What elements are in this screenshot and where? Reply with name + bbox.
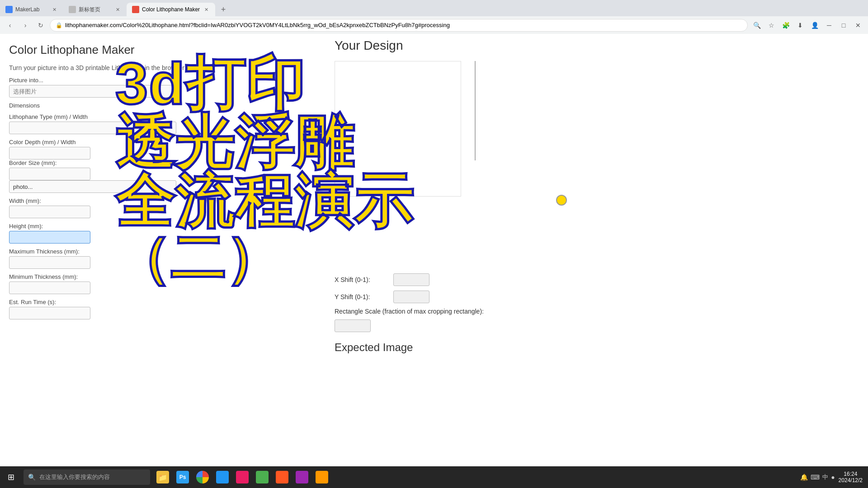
makerlab-favicon — [5, 6, 13, 13]
close-window-icon[interactable]: ✕ — [852, 19, 864, 32]
mouse-cursor — [556, 195, 567, 206]
notification-icon[interactable]: 🔔 — [800, 474, 808, 481]
picture-row: Picture into... — [9, 77, 316, 98]
taskbar-app-app6[interactable] — [233, 468, 251, 486]
color-depth-input[interactable]: 0.2 — [9, 147, 90, 160]
address-bar-row: ‹ › ↻ 🔒 lithophanemaker.com/Color%20Lith… — [0, 16, 868, 34]
photo-input[interactable] — [9, 180, 176, 193]
form-description: Turn your picture into a 3D printable Li… — [9, 64, 316, 71]
tab-makerlab-close[interactable]: ✕ — [51, 6, 58, 13]
back-button[interactable]: ‹ — [4, 19, 16, 32]
start-button[interactable]: ⊞ — [0, 466, 22, 488]
taskbar: ⊞ 🔍 在这里输入你要搜索的内容 📁 Ps — [0, 466, 868, 488]
browser-actions: 🔍 ☆ 🧩 ⬇ 👤 ─ □ ✕ — [750, 19, 864, 32]
new-tab-button[interactable]: + — [217, 3, 230, 16]
sys-tray: 🔔 ⌨ 中 ● — [800, 473, 835, 481]
page-title: Color Lithophane Maker — [9, 43, 316, 57]
height-input[interactable]: 71.42 — [9, 231, 90, 244]
tab-color-litho[interactable]: Color Lithophane Maker ✕ — [127, 3, 215, 16]
tab-new-label: 新标签页 — [79, 6, 111, 14]
height-label: Height (mm): — [9, 223, 316, 230]
rect-scale-label: Rectangle Scale (fraction of max croppin… — [335, 308, 484, 315]
design-preview-box — [335, 61, 461, 197]
lang-icon[interactable]: 中 — [822, 473, 828, 481]
tab-color-litho-close[interactable]: ✕ — [203, 6, 210, 13]
download-icon[interactable]: ⬇ — [794, 19, 807, 32]
right-panel: Your Design X Shift (0-1): 0.5 Y Shift (… — [326, 34, 868, 488]
taskbar-right: 🔔 ⌨ 中 ● 16:24 2024/12/2 — [800, 471, 868, 483]
taskbar-app-photoshop[interactable]: Ps — [174, 468, 192, 486]
picture-input[interactable] — [9, 85, 176, 98]
taskbar-app-app10[interactable] — [313, 468, 331, 486]
rect-scale-input[interactable]: 1.0 — [335, 319, 371, 332]
x-shift-label: X Shift (0-1): — [335, 276, 389, 283]
refresh-button[interactable]: ↻ — [34, 19, 47, 32]
litho-type-label: Lithophane Type (mm) / Width — [9, 113, 316, 120]
taskbar-clock[interactable]: 16:24 2024/12/2 — [839, 471, 863, 483]
bookmark-icon[interactable]: ☆ — [765, 19, 778, 32]
taskbar-search-text: 在这里输入你要搜索的内容 — [39, 473, 110, 481]
photo-row — [9, 180, 316, 193]
max-thick-label: Maximum Thickness (mm): — [9, 248, 316, 255]
taskbar-app-chrome[interactable] — [193, 468, 212, 486]
width-input[interactable]: 50 — [9, 206, 90, 218]
min-thick-input[interactable]: 0.8 — [9, 282, 90, 294]
tab-color-litho-label: Color Lithophane Maker — [142, 6, 200, 13]
y-shift-row: Y Shift (0-1): 0.5 — [335, 291, 515, 303]
clock-time: 16:24 — [839, 471, 863, 477]
max-thick-row: Maximum Thickness (mm): 2.7 — [9, 248, 316, 269]
keyboard-icon[interactable]: ⌨ — [811, 474, 820, 481]
vertical-divider — [475, 61, 476, 160]
litho-type-input[interactable] — [9, 122, 176, 134]
x-shift-input[interactable]: 0.5 — [393, 273, 429, 286]
profile-icon[interactable]: 👤 — [808, 19, 821, 32]
address-text: lithophanemaker.com/Color%20Lithophane.h… — [65, 22, 742, 28]
color-litho-favicon — [132, 6, 139, 13]
search-icon[interactable]: 🔍 — [750, 19, 763, 32]
rect-scale-row: Rectangle Scale (fraction of max croppin… — [335, 308, 515, 315]
color-depth-row: Color Depth (mm) / Width 0.2 — [9, 139, 316, 160]
expected-image-section: Expected Image — [335, 341, 515, 354]
rect-scale-input-row: 1.0 — [335, 319, 515, 332]
min-thick-label: Minimum Thickness (mm): — [9, 273, 316, 280]
tab-bar: MakerLab ✕ 新标签页 ✕ Color Lithophane Maker… — [0, 0, 868, 16]
width-label: Width (mm): — [9, 197, 316, 204]
est-run-label: Est. Run Time (s): — [9, 299, 316, 305]
maximize-icon[interactable]: □ — [837, 19, 850, 32]
taskbar-apps: 📁 Ps — [154, 468, 331, 486]
picture-label: Picture into... — [9, 77, 316, 84]
y-shift-input[interactable]: 0.5 — [393, 291, 429, 303]
your-design-title: Your Design — [335, 38, 403, 53]
tab-new[interactable]: 新标签页 ✕ — [63, 3, 127, 16]
browser-chrome: MakerLab ✕ 新标签页 ✕ Color Lithophane Maker… — [0, 0, 868, 34]
tab-makerlab-label: MakerLab — [15, 6, 48, 13]
tab-makerlab[interactable]: MakerLab ✕ — [0, 3, 63, 16]
y-shift-label: Y Shift (0-1): — [335, 293, 389, 300]
left-panel: Color Lithophane Maker Turn your picture… — [0, 34, 326, 488]
address-bar[interactable]: 🔒 lithophanemaker.com/Color%20Lithophane… — [50, 19, 748, 32]
color-depth-label: Color Depth (mm) / Width — [9, 139, 316, 145]
shift-area: X Shift (0-1): 0.5 Y Shift (0-1): 0.5 Re… — [335, 273, 515, 354]
max-thick-input[interactable]: 2.7 — [9, 256, 90, 269]
new-tab-favicon — [69, 6, 76, 13]
border-size-row: Border Size (mm): 0.1 — [9, 160, 316, 180]
height-row: Height (mm): 71.42 — [9, 223, 316, 244]
minimize-icon[interactable]: ─ — [823, 19, 835, 32]
border-size-input[interactable]: 0.1 — [9, 168, 90, 180]
ime-icon[interactable]: ● — [831, 474, 835, 481]
est-run-input[interactable]: 1 — [9, 307, 90, 319]
width-row: Width (mm): 50 — [9, 197, 316, 218]
taskbar-app-app5[interactable] — [213, 468, 231, 486]
extension-icon[interactable]: 🧩 — [779, 19, 792, 32]
taskbar-app-app9[interactable] — [293, 468, 311, 486]
taskbar-app-app7[interactable] — [253, 468, 271, 486]
taskbar-app-explorer[interactable]: 📁 — [154, 468, 172, 486]
tab-new-close[interactable]: ✕ — [114, 6, 121, 13]
dimensions-label: Dimensions — [9, 102, 316, 109]
taskbar-app-app8[interactable] — [273, 468, 291, 486]
forward-button[interactable]: › — [19, 19, 32, 32]
taskbar-search[interactable]: 🔍 在这里输入你要搜索的内容 — [24, 469, 150, 485]
taskbar-search-icon: 🔍 — [28, 474, 36, 481]
clock-date: 2024/12/2 — [839, 477, 863, 483]
lock-icon: 🔒 — [56, 22, 62, 28]
